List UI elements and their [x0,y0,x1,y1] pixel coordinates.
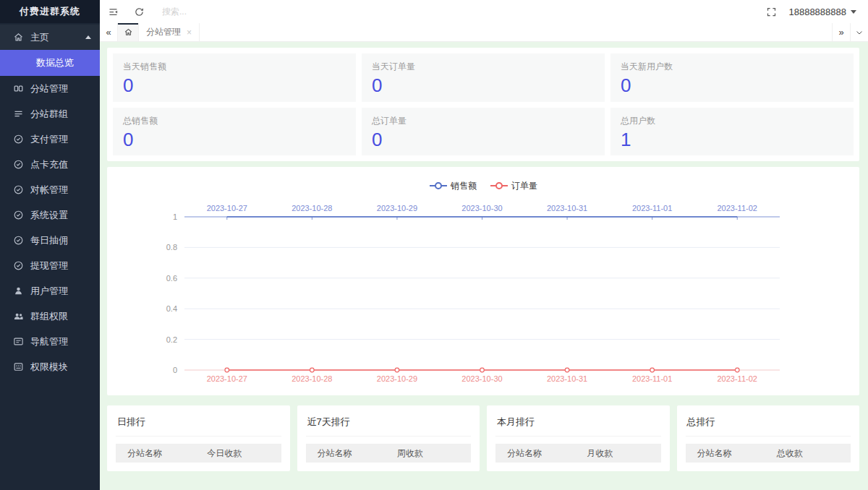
content-area: 当天销售额 0 当天订单量 0 当天新用户数 0 总销售额 0 总订单量 0 [100,42,868,490]
legend-item[interactable]: 订单量 [490,180,537,192]
sidebar-item-nav-manage[interactable]: 导航管理 [0,329,100,354]
stat-card-today-new-users: 当天新用户数 0 [610,53,854,102]
chart-panel: 销售额订单量 10.80.60.40.202023-10-272023-10-2… [107,167,859,395]
sidebar-subitem-label: 数据总览 [36,57,74,68]
users-icon [13,311,24,322]
rank-table-header: 分站名称 总收款 [686,444,851,463]
home-icon [124,27,133,37]
sidebar-item-card-recharge[interactable]: 点卡充值 [0,152,100,177]
sidebar-item-user-manage[interactable]: 用户管理 [0,278,100,304]
rank-table-header: 分站名称 周收款 [306,444,472,463]
sidebar-item-withdrawal-manage[interactable]: 提现管理 [0,253,100,278]
chart-svg: 10.80.60.40.202023-10-272023-10-282023-1… [107,197,859,391]
caret-up-icon [85,35,91,39]
svg-text:2023-10-27: 2023-10-27 [207,374,247,383]
legend-label: 销售额 [451,180,477,192]
rank-table-header: 分站名称 今日收款 [116,444,281,463]
nav-icon [13,336,24,347]
stat-value: 0 [123,75,346,96]
svg-text:2023-11-01: 2023-11-01 [632,204,672,212]
user-icon [13,285,24,296]
svg-text:2023-10-31: 2023-10-31 [547,374,587,383]
user-phone: 18888888888 [788,7,846,17]
menu-toggle-icon[interactable] [100,0,126,23]
rows-icon [13,108,24,119]
app-title: 付费进群系统 [0,0,100,23]
rankings-row: 日排行 分站名称 今日收款 近7天排行 分站名称 周收款 本月排行 [107,405,859,471]
stat-card-total-users: 总用户数 1 [610,108,854,156]
stat-value: 0 [621,75,843,96]
stat-value: 0 [372,129,595,150]
component-icon [13,83,24,94]
stat-value: 0 [123,129,346,150]
svg-text:2023-10-28: 2023-10-28 [292,374,332,383]
rank-card-month: 本月排行 分站名称 月收款 [487,405,670,471]
svg-text:2023-11-02: 2023-11-02 [717,374,757,383]
sidebar: 付费进群系统 主页 数据总览 分站管理 分站群组 支付管理 [0,0,100,490]
tabbar: « 分站管理 × » [100,23,868,42]
check-circle-icon [13,159,24,170]
tabs-scroll-left-icon[interactable]: « [100,23,118,41]
svg-text:2023-10-29: 2023-10-29 [377,374,417,383]
sidebar-item-reconciliation[interactable]: 对帐管理 [0,177,100,202]
rank-table-header: 分站名称 月收款 [495,444,661,463]
check-circle-icon [13,235,24,246]
tabs-scroll-right-icon[interactable]: » [832,23,850,41]
svg-text:0.8: 0.8 [166,244,177,252]
topbar: 18888888888 [100,0,868,23]
svg-text:2023-11-01: 2023-11-01 [632,374,672,383]
legend-label: 订单量 [511,180,537,192]
svg-text:2023-10-30: 2023-10-30 [461,204,502,212]
svg-text:0.4: 0.4 [166,304,177,313]
app-window: 付费进群系统 主页 数据总览 分站管理 分站群组 支付管理 [0,0,868,490]
tab-substation-manage[interactable]: 分站管理 × [139,23,200,41]
svg-text:2023-10-28: 2023-10-28 [292,204,332,212]
legend-item[interactable]: 销售额 [429,180,477,192]
stat-card-today-orders: 当天订单量 0 [362,53,605,102]
check-circle-icon [13,184,24,195]
sidebar-item-payment-manage[interactable]: 支付管理 [0,126,100,152]
sidebar-item-group-permissions[interactable]: 群组权限 [0,304,100,329]
stats-panel: 当天销售额 0 当天订单量 0 当天新用户数 0 总销售额 0 总订单量 0 [107,48,859,161]
svg-text:0: 0 [173,366,177,374]
sidebar-item-substation-groups[interactable]: 分站群组 [0,101,100,126]
svg-text:0.2: 0.2 [166,335,177,344]
svg-text:2023-11-02: 2023-11-02 [717,204,757,212]
svg-text:2023-10-27: 2023-10-27 [207,204,247,212]
user-menu[interactable]: 18888888888 [784,0,868,23]
sidebar-item-system-settings[interactable]: 系统设置 [0,202,100,228]
svg-text:2023-10-31: 2023-10-31 [547,204,587,212]
sidebar-menu: 主页 数据总览 分站管理 分站群组 支付管理 点卡充值 [0,23,100,379]
svg-text:2023-10-30: 2023-10-30 [461,374,502,383]
stat-card-today-sales: 当天销售额 0 [113,53,356,102]
svg-text:0.6: 0.6 [166,274,177,283]
legend-marker-icon [490,181,509,190]
check-circle-icon [13,210,24,220]
sidebar-item-permission-module[interactable]: 权限模块 [0,354,100,379]
close-icon[interactable]: × [187,27,192,38]
sidebar-item-home[interactable]: 主页 [0,25,100,50]
sidebar-item-label: 主页 [30,31,85,44]
rank-card-total: 总排行 分站名称 总收款 [677,405,860,471]
stat-card-total-sales: 总销售额 0 [113,108,356,156]
home-icon [13,32,24,43]
search-input[interactable] [162,7,256,17]
svg-text:2023-10-29: 2023-10-29 [377,204,417,212]
stat-value: 0 [372,75,595,96]
sidebar-item-data-overview[interactable]: 数据总览 [0,50,100,76]
tab-home[interactable] [118,23,139,41]
rank-card-daily: 日排行 分站名称 今日收款 [107,405,290,471]
caret-down-icon [851,10,856,14]
module-icon [13,361,24,372]
stat-value: 1 [621,129,843,150]
chart-legend: 销售额订单量 [107,179,859,193]
stat-card-total-orders: 总订单量 0 [362,108,605,156]
refresh-icon[interactable] [126,0,152,23]
sidebar-item-daily-commission[interactable]: 每日抽佣 [0,228,100,253]
tabs-menu-icon[interactable] [850,23,868,41]
sidebar-item-substation-manage[interactable]: 分站管理 [0,76,100,101]
rank-card-7days: 近7天排行 分站名称 周收款 [297,405,480,471]
legend-marker-icon [429,181,448,190]
svg-text:1: 1 [173,212,177,221]
fullscreen-icon[interactable] [758,0,784,23]
